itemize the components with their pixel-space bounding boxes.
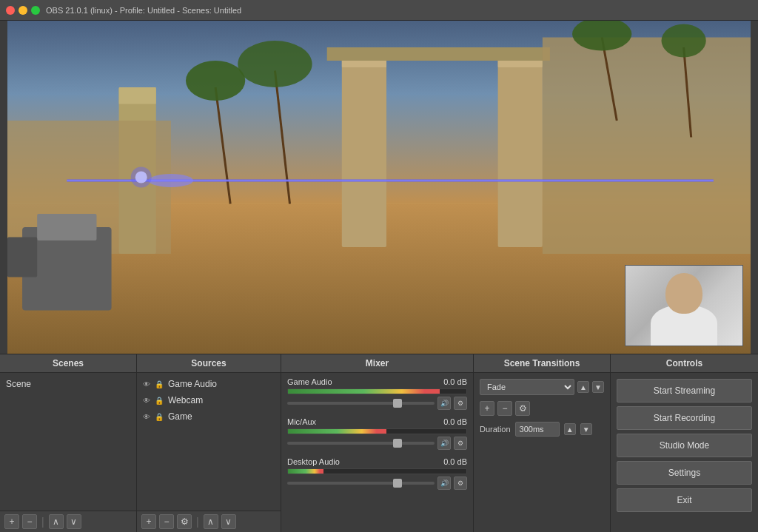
channel-name: Mic/Aux [287, 417, 316, 426]
mute-button[interactable]: 🔊 [437, 477, 451, 490]
scenes-add-button[interactable]: + [4, 514, 19, 529]
fader-thumb[interactable] [393, 439, 402, 448]
close-button[interactable] [6, 6, 15, 15]
sources-remove-button[interactable]: − [159, 514, 174, 529]
source-item-game[interactable]: 👁 🔒 Game [137, 408, 281, 425]
transitions-content: Fade ▲ ▼ + − ⚙ Duration ▲ ▼ [474, 373, 610, 532]
scenes-list: Scene [0, 373, 136, 511]
transitions-toolbar: + − ⚙ [480, 401, 604, 416]
source-item-game-audio[interactable]: 👁 🔒 Game Audio [137, 376, 281, 392]
mixer-channel-desktop-audio: Desktop Audio 0.0 dB 🔊 ⚙ [287, 457, 467, 490]
settings-button[interactable]: Settings [617, 461, 752, 485]
lock-icon: 🔒 [155, 380, 164, 388]
transition-type-select[interactable]: Fade [480, 379, 574, 395]
meter-inactive-level [386, 429, 466, 434]
transition-type-down[interactable]: ▼ [592, 381, 604, 393]
webcam-feed [625, 266, 742, 346]
visibility-icon: 👁 [143, 413, 150, 421]
fader-thumb[interactable] [393, 479, 402, 488]
source-item-webcam[interactable]: 👁 🔒 Webcam [137, 392, 281, 408]
svg-point-14 [238, 41, 312, 87]
source-label: Game Audio [168, 379, 217, 389]
fader-thumb[interactable] [393, 399, 402, 408]
meter-bar [287, 428, 467, 434]
meter-active-level [288, 469, 323, 474]
channel-db: 0.0 dB [443, 457, 467, 466]
duration-input[interactable] [515, 422, 560, 437]
channel-name: Desktop Audio [287, 457, 340, 466]
titlebar: OBS 21.0.1 (linux) - Profile: Untitled -… [0, 0, 758, 21]
mute-button[interactable]: 🔊 [437, 437, 451, 450]
scenes-header: Scenes [0, 354, 136, 373]
fader-row: 🔊 ⚙ [287, 397, 467, 410]
mixer-channel-mic-aux: Mic/Aux 0.0 dB 🔊 ⚙ [287, 417, 467, 450]
scenes-toolbar: + − | ∧ ∨ [0, 511, 136, 532]
sources-add-button[interactable]: + [141, 514, 156, 529]
svg-rect-4 [498, 47, 543, 247]
start-streaming-button[interactable]: Start Streaming [617, 379, 752, 403]
mixer-content: Game Audio 0.0 dB 🔊 ⚙ Mic/ [281, 373, 473, 532]
visibility-icon: 👁 [143, 397, 150, 405]
transition-add-button[interactable]: + [480, 401, 494, 416]
webcam-overlay [625, 265, 743, 346]
controls-panel: Controls Start Streaming Start Recording… [611, 354, 758, 532]
transition-type-up[interactable]: ▲ [577, 381, 589, 393]
duration-row: Duration ▲ ▼ [480, 422, 604, 437]
window-controls[interactable] [6, 6, 40, 15]
transition-remove-button[interactable]: − [497, 401, 512, 416]
sources-settings-button[interactable]: ⚙ [177, 514, 192, 529]
maximize-button[interactable] [31, 6, 40, 15]
svg-rect-9 [543, 38, 751, 255]
channel-name: Game Audio [287, 377, 332, 386]
duration-down[interactable]: ▼ [580, 423, 592, 435]
duration-label: Duration [480, 425, 511, 434]
controls-content: Start Streaming Start Recording Studio M… [611, 373, 758, 518]
exit-button[interactable]: Exit [617, 488, 752, 512]
svg-point-21 [149, 174, 193, 187]
scenes-panel: Scenes Scene + − | ∧ ∨ [0, 354, 137, 532]
source-label: Webcam [168, 395, 203, 405]
lock-icon: 🔒 [155, 397, 164, 405]
svg-rect-8 [119, 87, 156, 104]
transition-type-row: Fade ▲ ▼ [480, 379, 604, 395]
sources-list: 👁 🔒 Game Audio 👁 🔒 Webcam 👁 🔒 Game [137, 373, 281, 511]
lock-icon: 🔒 [155, 413, 164, 421]
start-recording-button[interactable]: Start Recording [617, 406, 752, 430]
fader-track[interactable] [287, 482, 435, 485]
meter-inactive-level [440, 389, 466, 394]
sources-separator: | [196, 516, 199, 528]
svg-rect-26 [7, 238, 37, 277]
transition-settings-button[interactable]: ⚙ [515, 401, 530, 416]
meter-active-level [288, 429, 386, 434]
preview-area [7, 21, 751, 354]
scenes-remove-button[interactable]: − [22, 514, 37, 529]
meter-inactive-level [323, 469, 466, 474]
sources-down-button[interactable]: ∨ [221, 514, 236, 529]
channel-settings-button[interactable]: ⚙ [454, 437, 467, 450]
channel-settings-button[interactable]: ⚙ [454, 477, 467, 490]
minimize-button[interactable] [19, 6, 27, 15]
sources-toolbar: + − ⚙ | ∧ ∨ [137, 511, 281, 532]
controls-header: Controls [611, 354, 758, 373]
channel-settings-button[interactable]: ⚙ [454, 397, 467, 410]
meter-bar [287, 468, 467, 474]
transitions-panel: Scene Transitions Fade ▲ ▼ + − ⚙ Duratio… [474, 354, 611, 532]
sources-up-button[interactable]: ∧ [204, 514, 218, 529]
sources-header: Sources [137, 354, 281, 373]
fader-track[interactable] [287, 402, 435, 405]
scenes-up-button[interactable]: ∧ [49, 514, 64, 529]
duration-up[interactable]: ▲ [564, 423, 576, 435]
mixer-header: Mixer [281, 354, 473, 373]
mute-button[interactable]: 🔊 [437, 397, 451, 410]
svg-point-12 [186, 61, 245, 101]
scenes-down-button[interactable]: ∨ [67, 514, 81, 529]
visibility-icon: 👁 [143, 380, 150, 388]
studio-mode-button[interactable]: Studio Mode [617, 434, 752, 457]
scene-item[interactable]: Scene [0, 376, 136, 392]
fader-track[interactable] [287, 442, 435, 445]
channel-db: 0.0 dB [443, 377, 467, 386]
mixer-channel-game-audio: Game Audio 0.0 dB 🔊 ⚙ [287, 377, 467, 410]
channel-db: 0.0 dB [443, 417, 467, 426]
svg-rect-6 [327, 47, 550, 61]
fader-row: 🔊 ⚙ [287, 477, 467, 490]
